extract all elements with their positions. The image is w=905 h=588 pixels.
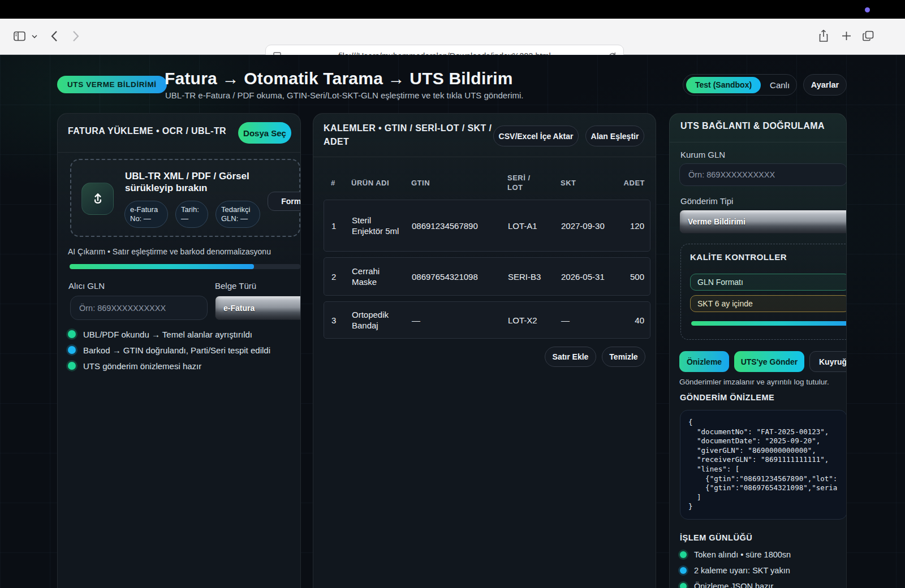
status-item: Barkod → GTIN doğrulandı, Parti/Seri tes… xyxy=(68,342,270,358)
csv-import-button[interactable]: CSV/Excel İçe Aktar xyxy=(493,126,579,146)
col-name: ÜRÜN ADI xyxy=(351,179,411,187)
file-dropzone[interactable]: UBL-TR XML / PDF / Görsel sürükleyip bır… xyxy=(70,159,300,237)
upload-panel: FATURA YÜKLEME • OCR / UBL-TR Dosya Seç … xyxy=(57,113,301,588)
app-badge: UTS VERME BİLDİRİMİ xyxy=(57,76,167,93)
queue-button[interactable]: Kuyruğa xyxy=(809,351,847,372)
org-gln-input[interactable] xyxy=(679,163,847,186)
page-title: Fatura → Otomatik Tarama → UTS Bildirim xyxy=(165,69,513,88)
signing-note: Gönderimler imzalanır ve ayrıntılı log t… xyxy=(679,378,847,386)
chip-tedarikci-gln: Tedarikçi GLN: — xyxy=(216,201,260,228)
status-text: UBL/PDF okundu → Temel alanlar ayrıştırı… xyxy=(83,330,252,339)
sidebar-toggle-icon[interactable] xyxy=(14,31,25,41)
quality-checks-title: KALİTE KONTROLLER xyxy=(690,252,787,262)
preview-section-title: GÖNDERİM ÖNİZLEME xyxy=(680,393,774,402)
log-section-title: İŞLEM GÜNLÜĞÜ xyxy=(680,533,752,542)
cell-name: Ortopedik Bandaj xyxy=(352,309,412,331)
doc-type-select[interactable]: e-Fatura xyxy=(215,296,301,320)
divider xyxy=(313,157,656,157)
receiver-gln-input[interactable] xyxy=(70,296,208,320)
col-gtin: GTIN xyxy=(411,179,507,187)
status-text: UTS gönderim önizlemesi hazır xyxy=(83,361,201,371)
check-skt-window: SKT 6 ay içinde xyxy=(690,295,847,312)
cell-gtin: 08691234567890 xyxy=(412,221,508,231)
table-row[interactable]: 1 Steril Enjektör 5ml 08691234567890 LOT… xyxy=(324,200,650,252)
divider xyxy=(670,142,846,142)
choose-file-button[interactable]: Dosya Seç xyxy=(238,122,291,144)
cell-skt: — xyxy=(561,315,618,325)
add-row-button[interactable]: Satır Ekle xyxy=(545,347,596,367)
status-dot-green xyxy=(68,330,76,338)
env-live-button[interactable]: Canlı xyxy=(770,80,790,90)
col-no: # xyxy=(331,179,351,187)
clear-button[interactable]: Temizle xyxy=(602,347,645,367)
new-tab-icon[interactable] xyxy=(842,31,851,41)
check-gln-format: GLN Formatı xyxy=(690,274,847,291)
log-item: Token alındı • süre 1800sn xyxy=(680,547,791,563)
log-item: Önizleme JSON hazır xyxy=(680,578,791,588)
forward-button-icon[interactable] xyxy=(72,31,79,42)
log-text: Önizleme JSON hazır xyxy=(694,582,773,588)
cell-name: Steril Enjektör 5ml xyxy=(352,215,412,236)
env-test-button[interactable]: Test (Sandbox) xyxy=(686,77,761,93)
send-type-label: Gönderim Tipi xyxy=(680,196,733,206)
col-serilot: SERİ / LOT xyxy=(507,173,537,192)
dropzone-title: UBL-TR XML / PDF / Görsel sürükleyip bır… xyxy=(125,170,261,194)
status-text: Barkod → GTIN doğrulandı, Parti/Seri tes… xyxy=(83,345,270,355)
status-dot-blue xyxy=(68,346,76,354)
status-item: UTS gönderim önizlemesi hazır xyxy=(68,358,270,374)
json-preview-code: { "documentNo": "FAT-2025-00123", "docum… xyxy=(688,418,847,512)
divider xyxy=(58,152,300,153)
cell-gtin: 08697654321098 xyxy=(412,272,508,282)
log-text: 2 kaleme uyarı: SKT yakın xyxy=(694,566,790,575)
cell-serilot: SERI-B3 xyxy=(508,272,561,282)
table-header: # ÜRÜN ADI GTIN SERİ / LOT SKT ADET xyxy=(324,172,650,193)
cell-skt: 2027-09-30 xyxy=(561,221,618,231)
process-log-list: Token alındı • süre 1800sn 2 kaleme uyar… xyxy=(680,547,791,588)
back-button-icon[interactable] xyxy=(51,31,58,42)
cell-skt: 2026-05-31 xyxy=(561,272,618,282)
cell-name: Cerrahi Maske xyxy=(352,266,412,287)
ai-progress-fill xyxy=(70,264,254,269)
status-item: UBL/PDF okundu → Temel alanlar ayrıştırı… xyxy=(68,326,270,342)
quality-progress-fill xyxy=(691,321,847,326)
macos-menubar xyxy=(0,0,905,19)
format-button[interactable]: Format xyxy=(268,192,301,211)
chip-tarih: Tarih: — xyxy=(175,201,208,228)
table-row[interactable]: 2 Cerrahi Maske 08697654321098 SERI-B3 2… xyxy=(324,257,650,296)
cell-no: 1 xyxy=(331,221,352,231)
cell-no: 2 xyxy=(331,272,352,282)
ai-progress-bar xyxy=(70,264,300,269)
org-gln-label: Kurum GLN xyxy=(680,150,725,159)
receiver-gln-label: Alıcı GLN xyxy=(68,281,105,291)
table-row[interactable]: 3 Ortopedik Bandaj — LOT-X2 — 40 xyxy=(324,301,650,339)
cell-serilot: LOT-A1 xyxy=(508,221,561,231)
log-text: Token alındı • süre 1800sn xyxy=(694,550,791,559)
log-item: 2 kaleme uyarı: SKT yakın xyxy=(680,563,791,578)
cell-qty: 40 xyxy=(618,315,644,325)
preview-button[interactable]: Önizleme xyxy=(679,351,729,372)
upload-panel-title: FATURA YÜKLEME • OCR / UBL-TR xyxy=(68,126,226,136)
chevron-down-icon[interactable] xyxy=(32,34,37,38)
cell-serilot: LOT-X2 xyxy=(508,315,561,325)
tab-overview-icon[interactable] xyxy=(863,31,874,41)
send-to-uts-button[interactable]: UTS'ye Gönder xyxy=(734,351,804,372)
col-skt: SKT xyxy=(561,179,617,187)
cell-qty: 500 xyxy=(618,272,644,282)
app-page: UTS VERME BİLDİRİMİ Fatura → Otomatik Ta… xyxy=(0,55,905,588)
send-type-select[interactable]: Verme Bildirimi xyxy=(679,210,847,234)
quality-checks-box: KALİTE KONTROLLER GLN Formatı SKT 6 ay i… xyxy=(680,244,847,340)
upload-icon xyxy=(81,183,114,215)
page-subtitle: UBL-TR e-Fatura / PDF okuma, GTIN-Seri/L… xyxy=(165,90,524,100)
uts-panel-title: UTS BAĞLANTI & DOĞRULAMA xyxy=(680,121,825,131)
items-panel: KALEMLER • GTIN / SERİ-LOT / SKT / ADET … xyxy=(313,113,656,588)
upload-status-list: UBL/PDF okundu → Temel alanlar ayrıştırı… xyxy=(68,326,270,374)
browser-toolbar: file:///Users/muhammedarslan/Downloads/i… xyxy=(0,19,905,55)
log-dot-green xyxy=(680,583,687,588)
json-preview-block: { "documentNo": "FAT-2025-00123", "docum… xyxy=(680,410,847,520)
field-map-button[interactable]: Alan Eşleştir xyxy=(585,126,644,146)
log-dot-green xyxy=(680,551,687,558)
items-panel-title: KALEMLER • GTIN / SERİ-LOT / SKT / ADET xyxy=(324,122,493,149)
share-icon[interactable] xyxy=(818,29,829,43)
settings-button[interactable]: Ayarlar xyxy=(803,74,847,96)
environment-toggle: Test (Sandbox) Canlı xyxy=(683,74,797,96)
